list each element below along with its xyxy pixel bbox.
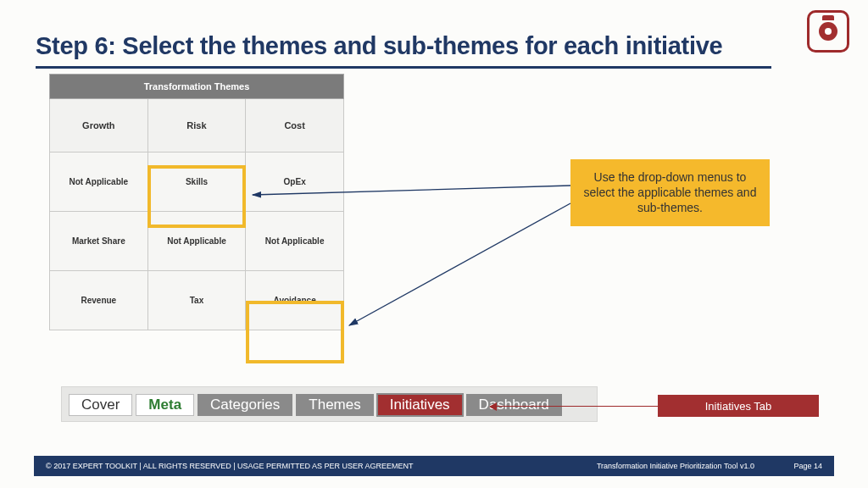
footer-tool-name: Transformation Initiative Prioritization…: [414, 462, 771, 470]
footer-copyright: © 2017 EXPERT TOOLKIT | ALL RIGHTS RESER…: [46, 462, 414, 470]
cell-r1c1[interactable]: Not Applicable: [147, 212, 246, 271]
sheet-tabs-container: Cover Meta Categories Themes Initiatives…: [61, 386, 598, 422]
cell-r1c2[interactable]: Not Applicable: [246, 212, 344, 271]
tab-dashboard[interactable]: Dashboard: [466, 394, 562, 416]
cell-r0c2[interactable]: OpEx: [246, 152, 344, 212]
tab-meta[interactable]: Meta: [136, 394, 194, 416]
cell-r2c2[interactable]: Avoidance: [246, 271, 344, 330]
col-cost: Cost: [246, 99, 344, 152]
table-header: Transformation Themes: [50, 75, 344, 99]
cell-r0c1[interactable]: Skills: [147, 152, 246, 212]
footer-page: Page 14: [771, 462, 822, 470]
title-underline: [36, 66, 771, 69]
initiatives-tab-label: Initiatives Tab: [658, 395, 819, 417]
callout-box: Use the drop-down menus to select the ap…: [570, 159, 770, 226]
tab-themes[interactable]: Themes: [296, 394, 373, 416]
tab-categories[interactable]: Categories: [198, 394, 292, 416]
cell-r1c0[interactable]: Market Share: [50, 212, 148, 271]
col-risk: Risk: [147, 99, 246, 152]
brand-logo: [807, 10, 849, 53]
themes-table: Transformation Themes Growth Risk Cost N…: [49, 74, 344, 330]
svg-line-1: [349, 203, 570, 325]
footer-bar: © 2017 EXPERT TOOLKIT | ALL RIGHTS RESER…: [34, 456, 834, 476]
cell-r0c0[interactable]: Not Applicable: [50, 152, 148, 212]
tab-cover[interactable]: Cover: [69, 394, 132, 416]
tab-initiatives[interactable]: Initiatives: [377, 394, 463, 416]
page-title: Step 6: Select the themes and sub-themes…: [36, 32, 722, 60]
tab-pointer-line: [490, 406, 658, 407]
cell-r2c0[interactable]: Revenue: [50, 271, 148, 330]
col-growth: Growth: [50, 99, 148, 152]
toolkit-icon: [819, 22, 837, 41]
cell-r2c1[interactable]: Tax: [147, 271, 246, 330]
